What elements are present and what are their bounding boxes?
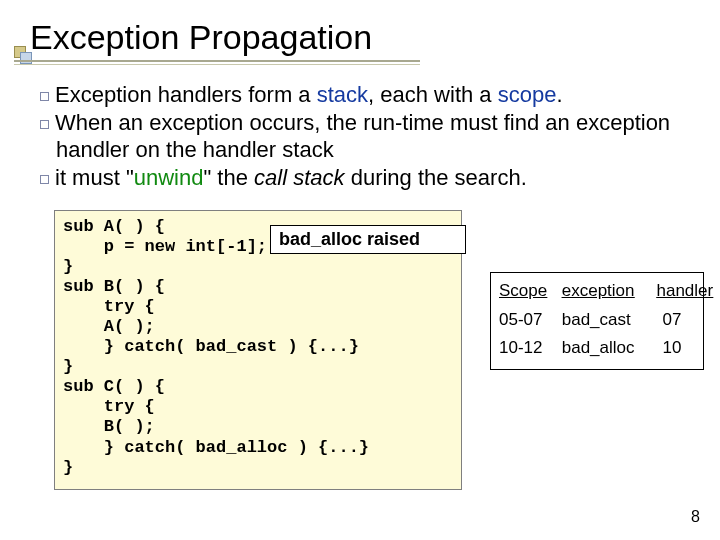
scope-header-scope: Scope (499, 279, 557, 304)
scope-row: 05-07 bad_cast 07 (499, 308, 697, 333)
bullet-1-pre: Exception handlers form a (55, 82, 317, 107)
scope-header-handler: handler (656, 279, 706, 304)
bullet-2-text: When an exception occurs, the run-time m… (55, 110, 670, 161)
raised-label: bad_alloc raised (270, 225, 466, 254)
scope-cell: 10-12 (499, 336, 557, 361)
bullet-1-kw-scope: scope (498, 82, 557, 107)
scope-cell: 10 (662, 336, 690, 361)
bullet-3-ital: call stack (254, 165, 344, 190)
page-number: 8 (691, 508, 700, 526)
scope-cell: bad_alloc (562, 336, 658, 361)
scope-table: Scope exception handler 05-07 bad_cast 0… (490, 272, 704, 370)
bullet-3-mid: " the (203, 165, 254, 190)
bullet-icon (40, 175, 49, 184)
scope-cell: 05-07 (499, 308, 557, 333)
title-underline (14, 60, 420, 62)
bullet-1: Exception handlers form a stack, each wi… (40, 82, 692, 108)
bullet-3-pre: it must " (55, 165, 134, 190)
scope-cell: 07 (662, 308, 690, 333)
bullet-1-mid: , each with a (368, 82, 498, 107)
scope-row: 10-12 bad_alloc 10 (499, 336, 697, 361)
scope-header-exception: exception (562, 279, 652, 304)
bullet-icon (40, 120, 49, 129)
bullet-icon (40, 92, 49, 101)
bullet-1-post: . (556, 82, 562, 107)
bullet-3-post: during the search. (345, 165, 527, 190)
slide-title: Exception Propagation (30, 18, 372, 57)
bullet-list: Exception handlers form a stack, each wi… (40, 82, 692, 194)
scope-header-row: Scope exception handler (499, 279, 697, 304)
bullet-1-kw-stack: stack (317, 82, 368, 107)
code-text: sub A( ) { p = new int[-1]; } sub B( ) {… (63, 217, 453, 478)
bullet-3-kw-unwind: unwind (134, 165, 204, 190)
scope-cell: bad_cast (562, 308, 658, 333)
bullet-3: it must "unwind" the call stack during t… (40, 165, 692, 191)
slide: Exception Propagation Exception handlers… (0, 0, 720, 540)
title-underline-2 (14, 64, 420, 65)
bullet-2: When an exception occurs, the run-time m… (40, 110, 692, 163)
